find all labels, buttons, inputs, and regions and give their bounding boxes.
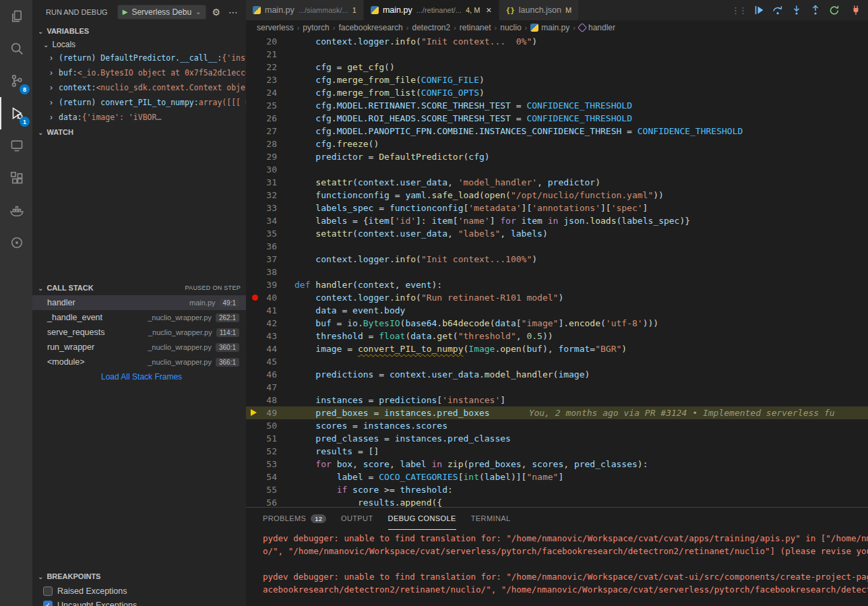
code-line[interactable]: 41 data = event.body bbox=[246, 304, 868, 317]
breakpoint-checkbox[interactable]: ✓ bbox=[43, 601, 53, 606]
breadcrumb-item[interactable]: pytorch bbox=[303, 23, 329, 32]
line-number[interactable]: 21 bbox=[246, 48, 294, 61]
code-line[interactable]: 48 instances = predictions['instances'] bbox=[246, 394, 868, 406]
breakpoint-row[interactable]: Raised Exceptions bbox=[32, 584, 246, 598]
line-number[interactable]: 24 bbox=[246, 86, 294, 99]
line-number[interactable]: 35 bbox=[246, 227, 294, 240]
code-line[interactable]: 34 labels = {item['id']: item['name'] fo… bbox=[246, 214, 868, 227]
start-debug-icon[interactable]: ▶ bbox=[123, 8, 128, 16]
panel-tab-debug-console[interactable]: DEBUG CONSOLE bbox=[388, 508, 456, 530]
line-number[interactable]: 43 bbox=[246, 330, 294, 342]
code-line[interactable]: 21 bbox=[246, 48, 868, 61]
variable-row[interactable]: ›(return) convert_PIL_to_numpy: array([[… bbox=[32, 95, 246, 110]
docker-icon[interactable] bbox=[0, 194, 32, 226]
more-actions-icon[interactable]: ⋯ bbox=[226, 7, 241, 18]
code-line[interactable]: 53 for box, score, label in zip(pred_box… bbox=[246, 458, 868, 471]
code-line[interactable]: 25 cfg.MODEL.RETINANET.SCORE_THRESH_TEST… bbox=[246, 99, 868, 112]
code-editor[interactable]: 20 context.logger.info("Init context... … bbox=[246, 35, 868, 507]
code-line[interactable]: 52 results = [] bbox=[246, 445, 868, 458]
code-line[interactable]: 50 scores = instances.scores bbox=[246, 419, 868, 432]
line-number[interactable]: 46 bbox=[246, 368, 294, 381]
editor-tab[interactable]: {}launch.jsonM bbox=[499, 0, 579, 20]
code-line[interactable]: 31 setattr(context.user_data, 'model_han… bbox=[246, 176, 868, 189]
line-number[interactable]: 42 bbox=[246, 317, 294, 330]
disconnect-button[interactable] bbox=[850, 4, 862, 16]
breakpoint-row[interactable]: ✓Uncaught Exceptions bbox=[32, 598, 246, 606]
line-number[interactable]: 53 bbox=[246, 458, 294, 471]
code-line[interactable]: 56 results.append({ bbox=[246, 496, 868, 507]
stack-frame-row[interactable]: run_wrapper_nuclio_wrapper.py360:1 bbox=[32, 340, 246, 355]
breadcrumb-item[interactable]: retinanet bbox=[460, 23, 491, 32]
code-line[interactable]: 30 bbox=[246, 163, 868, 176]
line-number[interactable]: 31 bbox=[246, 176, 294, 189]
drag-grip-icon[interactable]: ⋮⋮ bbox=[731, 5, 746, 16]
watch-section-header[interactable]: ⌄ WATCH bbox=[32, 125, 246, 140]
editor-tab[interactable]: main.py.../siammask/...1 bbox=[246, 0, 363, 20]
line-number[interactable]: 38 bbox=[246, 266, 294, 278]
line-number[interactable]: 51 bbox=[246, 432, 294, 445]
code-line[interactable]: 20 context.logger.info("Init context... … bbox=[246, 35, 868, 48]
line-number[interactable]: 32 bbox=[246, 189, 294, 202]
variable-row[interactable]: ›data: {'image': 'iVBOR… bbox=[32, 110, 246, 125]
line-number[interactable]: 26 bbox=[246, 112, 294, 125]
breadcrumb-item[interactable]: main.py bbox=[530, 23, 569, 32]
variables-scope-row[interactable]: ⌄ Locals bbox=[32, 38, 246, 51]
line-number[interactable]: 55 bbox=[246, 483, 294, 496]
code-line[interactable]: 42 buf = io.BytesIO(base64.b64decode(dat… bbox=[246, 317, 868, 330]
line-number[interactable]: 45 bbox=[246, 355, 294, 368]
line-number[interactable]: 29 bbox=[246, 150, 294, 163]
explorer-icon[interactable] bbox=[0, 0, 32, 32]
step-out-button[interactable] bbox=[809, 4, 822, 16]
line-number[interactable]: 27 bbox=[246, 125, 294, 138]
panel-tab-output[interactable]: OUTPUT bbox=[341, 508, 373, 530]
line-number[interactable]: 54 bbox=[246, 471, 294, 483]
breakpoint-checkbox[interactable] bbox=[43, 586, 53, 596]
source-control-icon[interactable]: 8 bbox=[0, 65, 32, 97]
line-number[interactable]: 28 bbox=[246, 138, 294, 150]
variables-section-header[interactable]: ⌄ VARIABLES bbox=[32, 24, 246, 38]
status-circle-icon[interactable] bbox=[0, 226, 32, 259]
breadcrumb-item[interactable]: handler bbox=[579, 23, 615, 32]
step-into-button[interactable] bbox=[790, 4, 803, 16]
stack-frame-row[interactable]: <module>_nuclio_wrapper.py366:1 bbox=[32, 355, 246, 369]
search-icon[interactable] bbox=[0, 32, 32, 65]
code-line[interactable]: 22 cfg = get_cfg() bbox=[246, 61, 868, 73]
stack-frame-row[interactable]: serve_requests_nuclio_wrapper.py114:1 bbox=[32, 325, 246, 340]
code-line[interactable]: 47 bbox=[246, 381, 868, 394]
code-line[interactable]: 39def handler(context, event): bbox=[246, 278, 868, 291]
continue-button[interactable] bbox=[753, 4, 765, 16]
line-number[interactable]: 23 bbox=[246, 73, 294, 86]
line-number[interactable]: 52 bbox=[246, 445, 294, 458]
code-line[interactable]: 55 if score >= threshold: bbox=[246, 483, 868, 496]
panel-tab-problems[interactable]: PROBLEMS12 bbox=[263, 508, 326, 530]
breadcrumb-item[interactable]: nuclio bbox=[500, 23, 521, 32]
line-number[interactable]: 22 bbox=[246, 61, 294, 73]
run-debug-icon[interactable]: 1 bbox=[0, 97, 32, 129]
code-line[interactable]: 26 cfg.MODEL.ROI_HEADS.SCORE_THRESH_TEST… bbox=[246, 112, 868, 125]
remote-explorer-icon[interactable] bbox=[0, 129, 32, 162]
line-number[interactable]: 25 bbox=[246, 99, 294, 112]
extensions-icon[interactable] bbox=[0, 162, 32, 194]
code-line[interactable]: 36 bbox=[246, 240, 868, 253]
line-number[interactable]: 50 bbox=[246, 419, 294, 432]
stack-frame-row[interactable]: _handle_event_nuclio_wrapper.py262:1 bbox=[32, 310, 246, 325]
panel-tab-terminal[interactable]: TERMINAL bbox=[471, 508, 511, 530]
line-number[interactable]: 41 bbox=[246, 304, 294, 317]
close-icon[interactable]: × bbox=[486, 5, 491, 16]
code-line[interactable]: 38 bbox=[246, 266, 868, 278]
code-line[interactable]: 29 predictor = DefaultPredictor(cfg) bbox=[246, 150, 868, 163]
code-line[interactable]: 46 predictions = context.user_data.model… bbox=[246, 368, 868, 381]
breakpoints-section-header[interactable]: ⌄ BREAKPOINTS bbox=[32, 569, 246, 584]
debug-console-output[interactable]: pydev debugger: unable to find translati… bbox=[246, 530, 868, 606]
line-number[interactable]: 40 bbox=[246, 291, 294, 304]
restart-button[interactable] bbox=[828, 4, 840, 16]
step-over-button[interactable] bbox=[772, 4, 784, 16]
code-line[interactable]: 43 threshold = float(data.get("threshold… bbox=[246, 330, 868, 342]
code-line[interactable]: 51 pred_classes = instances.pred_classes bbox=[246, 432, 868, 445]
variable-row[interactable]: ›context: <nuclio_sdk.context.Context ob… bbox=[32, 80, 246, 95]
code-line[interactable]: 37 context.logger.info("Init context...1… bbox=[246, 253, 868, 266]
variable-row[interactable]: ›buf: <_io.BytesIO object at 0x7f5a2dc1e… bbox=[32, 65, 246, 80]
breadcrumb-item[interactable]: detectron2 bbox=[412, 23, 450, 32]
code-line[interactable]: 28 cfg.freeze() bbox=[246, 138, 868, 150]
debug-config-dropdown[interactable]: ▶ Serverless Debu ⌄ bbox=[117, 5, 207, 20]
